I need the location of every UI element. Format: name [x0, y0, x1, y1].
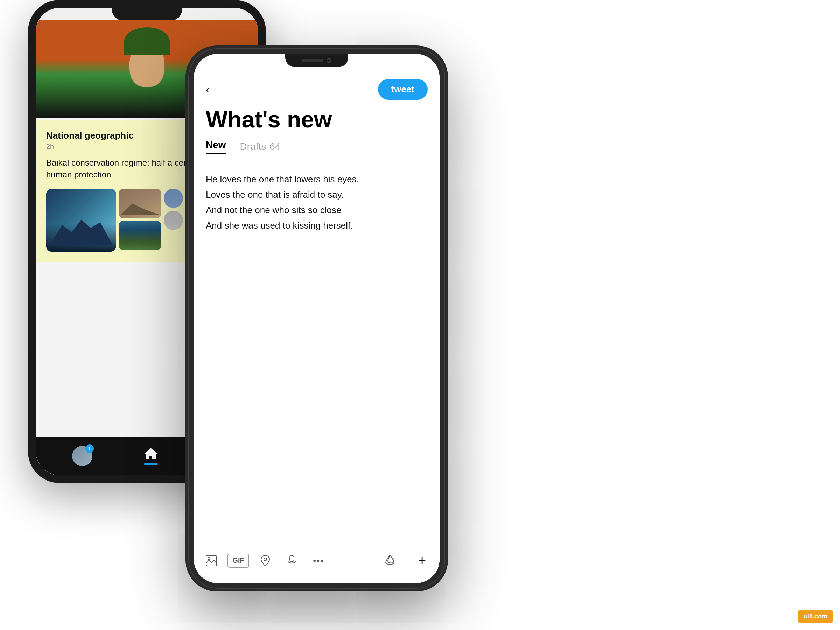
image-column-1	[119, 189, 161, 250]
plus-tool[interactable]: +	[412, 550, 433, 571]
tab-drafts-label: Drafts	[240, 141, 266, 152]
toolbar-separator	[405, 552, 405, 570]
tab-drafts-container[interactable]: Drafts 64	[240, 141, 281, 152]
tab-drafts-count: 64	[270, 141, 280, 152]
phone2-screen: ‹ tweet What's new New Drafts 64	[194, 54, 440, 583]
nav-badge: 1	[85, 445, 94, 453]
poem-line-2: Loves the one that is afraid to say.	[206, 187, 428, 202]
svg-point-2	[208, 557, 210, 560]
image-column-2	[164, 189, 183, 230]
page-title: What's new	[194, 103, 440, 139]
gif-label: GIF	[232, 556, 244, 565]
toolbar-icons: GIF	[201, 550, 381, 571]
nav-active-indicator	[144, 463, 158, 465]
back-button[interactable]: ‹	[206, 83, 210, 96]
divider-2	[206, 258, 428, 258]
gif-tool[interactable]: GIF	[227, 554, 249, 568]
ink-tool[interactable]	[381, 550, 399, 571]
mountain-image-small-2	[119, 221, 161, 250]
toolbar-right: +	[381, 550, 433, 571]
nav-avatar-container[interactable]: 1	[72, 446, 92, 466]
home-icon	[144, 447, 158, 462]
svg-point-3	[264, 558, 267, 561]
svg-rect-1	[206, 556, 217, 566]
poem-line-1: He loves the one that lowers his eyes.	[206, 172, 428, 187]
mic-tool[interactable]	[281, 550, 302, 571]
avatar-circle-1	[164, 189, 183, 208]
svg-rect-4	[290, 556, 294, 562]
avatar-circle-2	[164, 211, 183, 230]
tab-new[interactable]: New	[206, 139, 226, 154]
location-tool[interactable]	[255, 550, 276, 571]
mountain-image-small-1	[119, 189, 161, 218]
speaker	[302, 59, 323, 62]
nav-home[interactable]	[144, 447, 158, 465]
tabs: New Drafts 64	[194, 139, 440, 161]
scene: • • • National geographic	[0, 0, 840, 630]
phone2: ‹ tweet What's new New Drafts 64	[185, 46, 448, 592]
phone1-notch	[112, 8, 182, 20]
ph2-header: ‹ tweet	[194, 72, 440, 103]
text-area[interactable]: He loves the one that lowers his eyes. L…	[194, 161, 440, 244]
ph2-content: ‹ tweet What's new New Drafts 64	[194, 72, 440, 583]
watermark: ui8.com	[798, 610, 833, 623]
phone2-frame: ‹ tweet What's new New Drafts 64	[185, 46, 448, 592]
poem-line-4: And she was used to kissing herself.	[206, 218, 428, 233]
more-tool[interactable]: •••	[308, 550, 329, 571]
divider-1	[206, 251, 428, 251]
phone2-notch-area	[194, 54, 440, 72]
bottom-toolbar: GIF	[194, 538, 440, 583]
tweet-button[interactable]: tweet	[378, 79, 428, 100]
mountain-image-large	[46, 189, 116, 252]
poem-line-3: And not the one who sits so close	[206, 202, 428, 218]
image-tool[interactable]	[201, 550, 222, 571]
front-camera	[327, 58, 332, 63]
phone2-notch	[285, 54, 348, 67]
